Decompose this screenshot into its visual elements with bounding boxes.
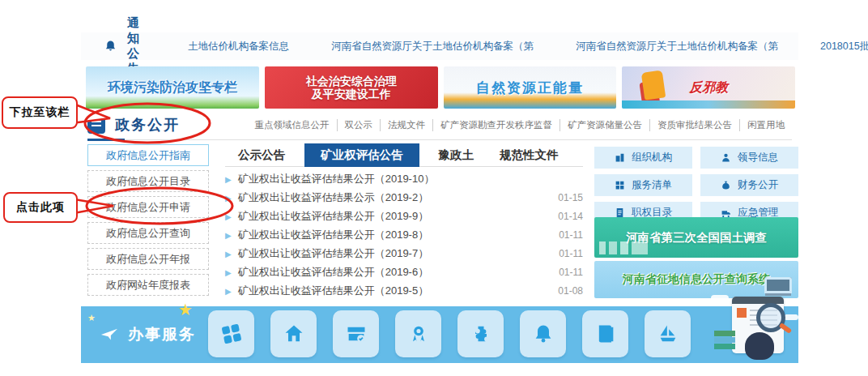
notice-bar: 通知公告 土地估价机构备案信息 河南省自然资源厅关于土地估价机构备案（第 河南省… xyxy=(81,32,798,60)
book-icon xyxy=(594,323,617,345)
article-row[interactable]: ▶矿业权出让收益评估结果公开（2019-10） xyxy=(225,170,583,188)
star-icon: ★ xyxy=(178,300,193,319)
article-date: 01-11 xyxy=(559,248,583,259)
bell-icon xyxy=(532,323,555,345)
town-illustration xyxy=(599,241,648,254)
article-date: 01-11 xyxy=(559,267,583,278)
announcement-tabs: 公示公告 矿业权评估公告 豫政土 规范性文件 xyxy=(225,144,583,167)
sublink[interactable]: 矿产资源勘查开发秩序监督 xyxy=(432,119,560,131)
sublink[interactable]: 资质审批结果公告 xyxy=(649,119,739,131)
money-bag-icon xyxy=(721,180,731,190)
banner-public-security[interactable]: 社会治安综合治理及平安建设工作 xyxy=(265,66,438,109)
sidebar-item-application[interactable]: 政府信息公开申请 xyxy=(87,196,209,218)
article-date: 01-11 xyxy=(559,229,583,241)
sailboat-icon xyxy=(657,323,679,345)
banner-environment[interactable]: 环境污染防治攻坚专栏 xyxy=(86,66,259,109)
banner-strip: 环境污染防治攻坚专栏 社会治安综合治理及平安建设工作 自然资源正能量 反邪教 xyxy=(86,66,795,109)
paper-plane-icon xyxy=(99,326,120,344)
article-row[interactable]: ▶矿业权出让收益评估结果公开（2019-6）01-11 xyxy=(225,263,583,281)
books-icon xyxy=(714,344,735,349)
fist-icon xyxy=(641,70,666,100)
service-tile-apps[interactable] xyxy=(208,310,254,357)
section-divider xyxy=(87,139,792,140)
section-title: 政务公开 xyxy=(115,115,180,135)
document-icon xyxy=(87,116,105,134)
service-tile-alerts[interactable] xyxy=(520,310,566,357)
arrow-bullet-icon: ▶ xyxy=(225,231,232,240)
sidebar-item-query[interactable]: 政府信息公开查询 xyxy=(87,222,209,244)
sublink[interactable]: 法规文件 xyxy=(380,119,432,131)
section-header: 政务公开 重点领域信息公开 双公示 法规文件 矿产资源勘查开发秩序监督 矿产资源… xyxy=(87,112,792,138)
notice-links: 土地估价机构备案信息 河南省自然资源厅关于土地估价机构备案（第 河南省自然资源厅… xyxy=(188,40,868,53)
arrow-bullet-icon: ▶ xyxy=(225,194,232,203)
article-row[interactable]: ▶矿业权出让收益评估结果公示（2019-2）01-15 xyxy=(225,189,583,207)
quick-button-service-list[interactable]: 服务清单 xyxy=(594,174,692,196)
bell-icon xyxy=(104,40,117,53)
home-icon xyxy=(283,323,305,345)
service-tile-library[interactable] xyxy=(582,310,628,357)
callout-click-here: 点击此项 xyxy=(3,192,78,223)
sublink[interactable]: 闲置用地 xyxy=(739,119,792,131)
section-sublinks: 重点领域信息公开 双公示 法规文件 矿产资源勘查开发秩序监督 矿产资源储量公告 … xyxy=(248,119,793,131)
footer-title: 办事服务 xyxy=(99,324,196,345)
notice-link[interactable]: 2018015批次 xyxy=(820,40,868,53)
search-document-illustration xyxy=(709,293,800,363)
arrow-bullet-icon: ▶ xyxy=(225,287,232,296)
sidebar-item-site-report[interactable]: 政府网站年度报表 xyxy=(87,274,209,296)
portal-page: 通知公告 土地估价机构备案信息 河南省自然资源厅关于土地估价机构备案（第 河南省… xyxy=(81,32,798,365)
person-icon xyxy=(721,152,731,163)
puzzle-icon xyxy=(470,323,492,345)
article-date: 01-15 xyxy=(558,192,583,203)
screenshot-root: 通知公告 土地估价机构备案信息 河南省自然资源厅关于土地估价机构备案（第 河南省… xyxy=(0,0,868,376)
sublink[interactable]: 双公示 xyxy=(337,119,381,131)
sidebar-item-annual-report[interactable]: 政府信息公开年报 xyxy=(87,248,209,270)
laptop-icon xyxy=(764,277,792,293)
arrow-bullet-icon: ▶ xyxy=(225,250,232,258)
sublink[interactable]: 矿产资源储量公告 xyxy=(560,119,649,131)
person-silhouette xyxy=(745,332,774,360)
notice-link[interactable]: 河南省自然资源厅关于土地估价机构备案（第 xyxy=(576,40,778,53)
service-tile-scenic[interactable] xyxy=(645,310,691,357)
arrow-bullet-icon: ▶ xyxy=(225,268,232,277)
archive-check-icon xyxy=(345,323,368,345)
tab-yuzhengtu[interactable]: 豫政土 xyxy=(426,144,487,166)
sidebar-item-catalog[interactable]: 政府信息公开目录 xyxy=(87,170,209,192)
banner-anti-cult[interactable]: 反邪教 xyxy=(622,66,795,109)
article-row[interactable]: ▶矿业权出让收益评估结果公开（2019-7）01-11 xyxy=(225,245,583,263)
sidebar-item-guide[interactable]: 政府信息公开指南 xyxy=(87,144,209,166)
article-row[interactable]: ▶矿业权出让收益评估结果公开（2019-9）01-14 xyxy=(225,207,583,225)
grid-icon xyxy=(615,180,625,190)
article-date: 01-08 xyxy=(558,285,583,297)
building-icon xyxy=(615,152,625,163)
medal-icon xyxy=(407,323,430,345)
sublink[interactable]: 重点领域信息公开 xyxy=(248,119,337,131)
quick-button-organization[interactable]: 组织机构 xyxy=(594,147,692,169)
article-row[interactable]: ▶矿业权出让收益评估结果公开（2019-8）01-11 xyxy=(225,226,583,244)
quick-button-leadership[interactable]: 领导信息 xyxy=(700,147,798,169)
service-tile-puzzle[interactable] xyxy=(457,310,504,357)
star-icon: ★ xyxy=(87,313,96,323)
apps-grid-icon xyxy=(218,320,245,347)
quick-button-finance[interactable]: 财务公开 xyxy=(700,174,798,196)
banner-natural-resources[interactable]: 自然资源正能量 xyxy=(444,66,617,109)
service-tile-home[interactable] xyxy=(270,310,317,357)
arrow-bullet-icon: ▶ xyxy=(225,212,232,221)
banner-land-survey[interactable]: 河南省第三次全国国土调查 xyxy=(594,217,798,258)
tab-public-notice[interactable]: 公示公告 xyxy=(225,144,298,166)
article-date: 01-14 xyxy=(558,211,583,222)
notice-link[interactable]: 土地估价机构备案信息 xyxy=(188,40,289,53)
service-tile-archive[interactable] xyxy=(333,310,379,357)
arrow-bullet-icon: ▶ xyxy=(225,175,232,184)
tab-mining-evaluation[interactable]: 矿业权评估公告 xyxy=(304,143,419,167)
service-tile-medal[interactable] xyxy=(395,310,441,357)
callout-scroll-here: 下拉至该栏 xyxy=(2,96,78,129)
article-row[interactable]: ▶矿业权出让收益评估结果公开（2019-5）01-08 xyxy=(225,282,583,300)
service-bar: ★ ★ 办事服务 xyxy=(81,306,798,363)
tab-normative-docs[interactable]: 规范性文件 xyxy=(487,144,572,166)
notice-link[interactable]: 河南省自然资源厅关于土地估价机构备案（第 xyxy=(331,40,534,53)
